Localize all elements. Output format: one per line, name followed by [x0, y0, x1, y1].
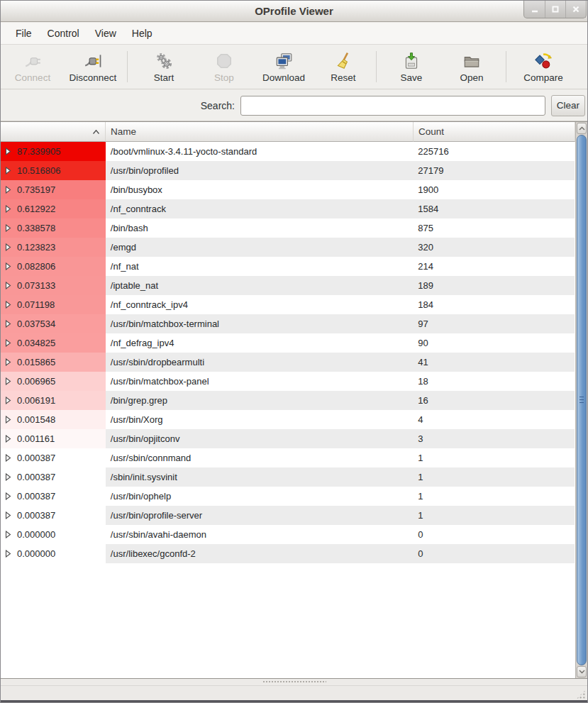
- menu-file[interactable]: File: [8, 24, 40, 43]
- table-row[interactable]: 0.000387 /sbin/init.sysvinit 1: [1, 467, 575, 487]
- table-row[interactable]: 0.000000 /usr/sbin/avahi-daemon 0: [1, 525, 575, 544]
- expander-icon[interactable]: [5, 511, 11, 519]
- table-row[interactable]: 0.000000 /usr/libexec/gconfd-2 0: [1, 544, 575, 563]
- count-cell: 1: [413, 506, 575, 525]
- table-row[interactable]: 0.037534 /usr/bin/matchbox-terminal 97: [1, 314, 575, 333]
- maximize-button[interactable]: [545, 1, 565, 18]
- stop-button: Stop: [196, 48, 253, 86]
- menu-help[interactable]: Help: [124, 24, 160, 43]
- expander-icon[interactable]: [5, 148, 11, 155]
- expander-icon[interactable]: [5, 339, 11, 347]
- column-header-name[interactable]: Name: [106, 122, 414, 142]
- search-input[interactable]: [240, 96, 545, 116]
- column-header-count[interactable]: Count: [414, 122, 575, 142]
- table-row[interactable]: 0.082806 /nf_nat 214: [1, 257, 575, 276]
- percent-cell: 0.001548: [1, 410, 106, 429]
- expander-icon[interactable]: [5, 167, 11, 175]
- save-button[interactable]: Save: [381, 48, 442, 86]
- table-row[interactable]: 0.073133 /iptable_nat 189: [1, 276, 575, 295]
- expander-icon[interactable]: [5, 531, 11, 538]
- expander-icon[interactable]: [5, 301, 11, 309]
- resize-grip-icon[interactable]: [576, 690, 586, 699]
- percent-value: 0.000000: [17, 548, 55, 559]
- open-label: Open: [460, 72, 483, 83]
- column-header-percent[interactable]: [1, 122, 106, 142]
- expander-icon[interactable]: [5, 435, 11, 443]
- download-icon: [274, 50, 293, 70]
- name-cell: /bin/grep.grep: [106, 391, 413, 410]
- table-row[interactable]: 0.000387 /usr/bin/oprofile-server 1: [1, 506, 575, 525]
- count-cell: 1: [413, 448, 575, 467]
- percent-value: 0.001161: [17, 433, 55, 444]
- scrollbar-thumb[interactable]: [577, 135, 587, 665]
- count-cell: 189: [413, 276, 575, 295]
- count-cell: 3: [413, 429, 575, 448]
- table-row[interactable]: 87.339905 /boot/vmlinux-3.4.11-yocto-sta…: [1, 142, 575, 161]
- count-cell: 1584: [413, 199, 575, 218]
- expander-icon[interactable]: [5, 454, 11, 462]
- minimize-button[interactable]: [524, 1, 545, 18]
- pane-splitter[interactable]: [1, 679, 587, 685]
- expander-icon[interactable]: [5, 358, 11, 366]
- table-row[interactable]: 0.612922 /nf_conntrack 1584: [1, 199, 575, 218]
- count-cell: 320: [413, 238, 575, 257]
- table-row[interactable]: 0.001548 /usr/bin/Xorg 4: [1, 410, 575, 429]
- table-row[interactable]: 0.001161 /usr/bin/opjitconv 3: [1, 429, 575, 448]
- open-button[interactable]: Open: [442, 48, 501, 86]
- table-row[interactable]: 0.071198 /nf_conntrack_ipv4 184: [1, 295, 575, 314]
- count-cell: 18: [413, 372, 575, 391]
- table-row[interactable]: 10.516806 /usr/bin/oprofiled 27179: [1, 161, 575, 180]
- start-button[interactable]: Start: [132, 48, 196, 86]
- table-row[interactable]: 0.735197 /bin/busybox 1900: [1, 180, 575, 199]
- expander-icon[interactable]: [5, 224, 11, 232]
- close-button[interactable]: [565, 1, 586, 18]
- name-cell: /usr/sbin/connmand: [106, 448, 413, 467]
- clear-button[interactable]: Clear: [551, 95, 585, 116]
- expander-icon[interactable]: [5, 186, 11, 194]
- compare-label: Compare: [523, 72, 563, 83]
- percent-value: 0.000387: [17, 472, 55, 482]
- compare-button[interactable]: Compare: [511, 48, 576, 86]
- count-cell: 1: [413, 467, 575, 487]
- name-cell: /bin/busybox: [106, 180, 413, 199]
- table-row[interactable]: 0.338578 /bin/bash 875: [1, 218, 575, 238]
- expander-icon[interactable]: [5, 320, 11, 328]
- minimize-icon: [531, 5, 539, 13]
- expander-icon[interactable]: [5, 473, 11, 481]
- expander-icon[interactable]: [5, 205, 11, 213]
- percent-value: 87.339905: [17, 146, 60, 157]
- expander-icon[interactable]: [5, 416, 11, 424]
- vertical-scrollbar[interactable]: [575, 122, 587, 678]
- count-cell: 90: [413, 333, 575, 353]
- name-cell: /nf_nat: [106, 257, 413, 276]
- expander-icon[interactable]: [5, 397, 11, 404]
- expander-icon[interactable]: [5, 262, 11, 270]
- table-row[interactable]: 0.015865 /usr/sbin/dropbearmulti 41: [1, 353, 575, 372]
- table-row[interactable]: 0.123823 /emgd 320: [1, 238, 575, 257]
- table-row[interactable]: 0.006965 /usr/bin/matchbox-panel 18: [1, 372, 575, 391]
- scroll-down-button[interactable]: [577, 666, 587, 677]
- download-button[interactable]: Download: [253, 48, 315, 86]
- scroll-up-button[interactable]: [577, 123, 587, 134]
- disconnect-button[interactable]: Disconnect: [63, 48, 123, 86]
- expander-icon[interactable]: [5, 377, 11, 385]
- percent-value: 0.000387: [17, 491, 55, 502]
- expander-icon[interactable]: [5, 492, 11, 500]
- connect-button: Connect: [8, 48, 57, 86]
- name-cell: /usr/bin/oprofile-server: [106, 506, 413, 525]
- table-row[interactable]: 0.000387 /usr/sbin/connmand 1: [1, 448, 575, 467]
- menu-control[interactable]: Control: [40, 24, 87, 43]
- table-row[interactable]: 0.000387 /usr/bin/ophelp 1: [1, 487, 575, 506]
- expander-icon[interactable]: [5, 243, 11, 251]
- expander-icon[interactable]: [5, 282, 11, 289]
- table-row[interactable]: 0.006191 /bin/grep.grep 16: [1, 391, 575, 410]
- menu-view[interactable]: View: [87, 24, 124, 43]
- table-row[interactable]: 0.034825 /nf_defrag_ipv4 90: [1, 333, 575, 353]
- splitter-grip-icon: [262, 680, 326, 684]
- reset-button[interactable]: Reset: [315, 48, 372, 86]
- titlebar[interactable]: OProfile Viewer: [1, 1, 587, 22]
- toolbar-separator: [376, 51, 377, 82]
- expander-icon[interactable]: [5, 550, 11, 558]
- name-cell: /bin/bash: [106, 218, 413, 238]
- menubar: File Control View Help: [1, 23, 587, 45]
